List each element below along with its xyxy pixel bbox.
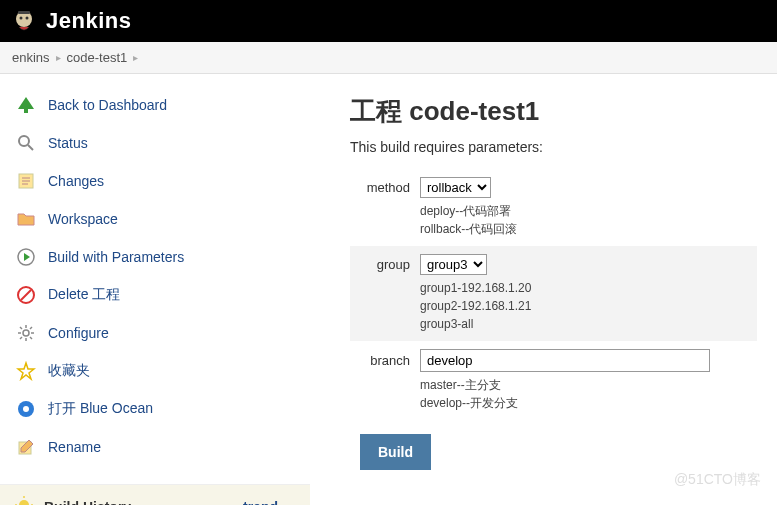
sidebar: Back to Dashboard Status Changes Workspa… <box>0 74 310 505</box>
svg-line-19 <box>30 337 32 339</box>
trend-label: trend <box>243 499 278 506</box>
svg-line-18 <box>20 327 22 329</box>
blue-ocean-icon <box>14 397 38 421</box>
sun-icon <box>14 495 34 505</box>
breadcrumb-project[interactable]: code-test1 <box>67 50 128 65</box>
build-history-header: Build History trend <box>0 484 310 505</box>
sidebar-item-label: Status <box>48 135 88 151</box>
param-label: branch <box>360 353 410 368</box>
breadcrumb: enkins ▸ code-test1 ▸ <box>0 42 777 74</box>
page-title: 工程 code-test1 <box>350 94 757 129</box>
param-row-group: group group3 group1-192.168.1.20 group2-… <box>350 246 757 341</box>
trend-link[interactable]: trend <box>243 499 296 506</box>
param-desc: master--主分支 develop--开发分支 <box>420 376 747 412</box>
rename-icon <box>14 435 38 459</box>
svg-rect-3 <box>18 11 30 14</box>
watermark: @51CTO博客 <box>674 471 761 489</box>
breadcrumb-separator-icon: ▸ <box>133 52 138 63</box>
jenkins-icon <box>10 7 38 35</box>
svg-line-20 <box>20 337 22 339</box>
sidebar-item-label: Rename <box>48 439 101 455</box>
method-select[interactable]: rollback <box>420 177 491 198</box>
magnifier-icon <box>14 131 38 155</box>
sidebar-item-back-to-dashboard[interactable]: Back to Dashboard <box>0 86 310 124</box>
collapse-icon <box>282 502 296 506</box>
sidebar-item-label: Delete 工程 <box>48 286 120 304</box>
sidebar-item-delete-project[interactable]: Delete 工程 <box>0 276 310 314</box>
sidebar-item-status[interactable]: Status <box>0 124 310 162</box>
jenkins-title: Jenkins <box>46 8 131 34</box>
build-history-title: Build History <box>44 499 131 506</box>
build-button[interactable]: Build <box>360 434 431 470</box>
param-label: group <box>360 257 410 272</box>
sidebar-item-label: Workspace <box>48 211 118 227</box>
svg-point-4 <box>19 136 29 146</box>
sidebar-item-label: 打开 Blue Ocean <box>48 400 153 418</box>
breadcrumb-root[interactable]: enkins <box>12 50 50 65</box>
branch-input[interactable] <box>420 349 710 372</box>
gear-icon <box>14 321 38 345</box>
param-row-method: method rollback deploy--代码部署 rollback--代… <box>350 169 757 246</box>
svg-line-5 <box>28 145 33 150</box>
svg-point-13 <box>23 330 29 336</box>
sidebar-item-configure[interactable]: Configure <box>0 314 310 352</box>
svg-line-12 <box>21 290 31 300</box>
sidebar-item-rename[interactable]: Rename <box>0 428 310 466</box>
sidebar-item-label: Configure <box>48 325 109 341</box>
sidebar-item-favorites[interactable]: 收藏夹 <box>0 352 310 390</box>
param-row-branch: branch master--主分支 develop--开发分支 <box>350 341 757 420</box>
svg-point-25 <box>19 500 29 505</box>
page-subtitle: This build requires parameters: <box>350 139 757 155</box>
sidebar-item-changes[interactable]: Changes <box>0 162 310 200</box>
clock-play-icon <box>14 245 38 269</box>
folder-icon <box>14 207 38 231</box>
svg-point-23 <box>23 406 29 412</box>
svg-point-1 <box>20 17 23 20</box>
sidebar-item-label: Build with Parameters <box>48 249 184 265</box>
jenkins-logo[interactable]: Jenkins <box>10 7 131 35</box>
star-icon <box>14 359 38 383</box>
sidebar-item-label: Changes <box>48 173 104 189</box>
sidebar-item-label: 收藏夹 <box>48 362 90 380</box>
sidebar-item-build-with-parameters[interactable]: Build with Parameters <box>0 238 310 276</box>
changes-icon <box>14 169 38 193</box>
svg-point-2 <box>26 17 29 20</box>
breadcrumb-separator-icon: ▸ <box>56 52 61 63</box>
svg-line-21 <box>30 327 32 329</box>
sidebar-item-label: Back to Dashboard <box>48 97 167 113</box>
sidebar-item-blue-ocean[interactable]: 打开 Blue Ocean <box>0 390 310 428</box>
delete-icon <box>14 283 38 307</box>
param-desc: deploy--代码部署 rollback--代码回滚 <box>420 202 747 238</box>
up-arrow-icon <box>14 93 38 117</box>
main-panel: 工程 code-test1 This build requires parame… <box>310 74 777 505</box>
param-desc: group1-192.168.1.20 group2-192.168.1.21 … <box>420 279 747 333</box>
group-select[interactable]: group3 <box>420 254 487 275</box>
param-label: method <box>360 180 410 195</box>
header: Jenkins <box>0 0 777 42</box>
sidebar-item-workspace[interactable]: Workspace <box>0 200 310 238</box>
